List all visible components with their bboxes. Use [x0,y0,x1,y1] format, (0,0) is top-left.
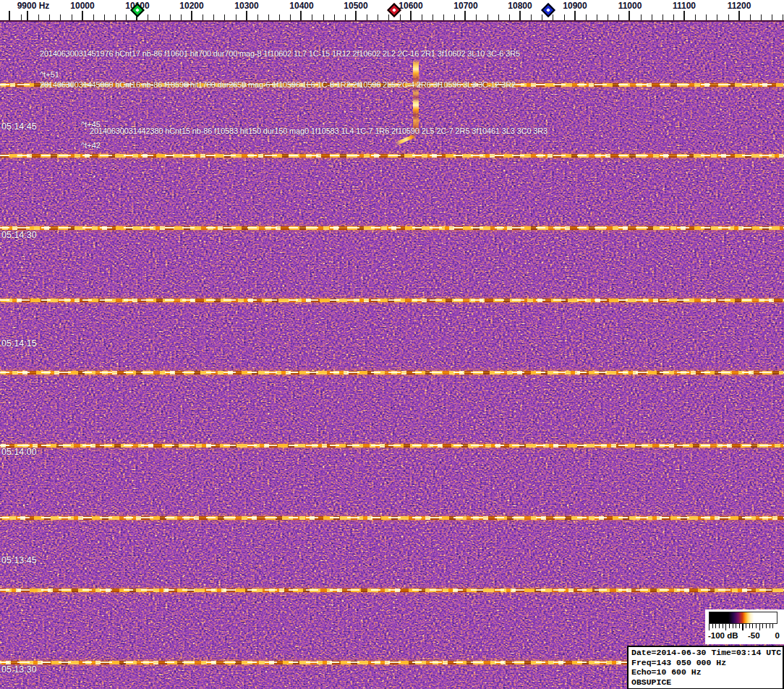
time-tick-label: 05:14:30 [1,230,37,240]
spectrogram-canvas[interactable]: 20140630031451976 hCnt17 nb-86 f10601 hi… [0,22,784,689]
info-date-time: Date=2014-06-30 Time=03:14 UTC [631,648,783,658]
colorbar-legend: -100 dB -50 0 [705,609,784,644]
info-frequency: Freq=143 050 000 Hz [631,658,783,668]
info-station: OBSUPICE [631,677,783,688]
timing-line [0,371,784,375]
status-info-box: Date=2014-06-30 Time=03:14 UTC Freq=143 … [627,646,784,689]
time-tick-label: 05:14:45 [1,121,37,132]
timing-line [0,226,784,230]
freq-marker-diamond-blue[interactable] [541,3,555,17]
freq-tick-label: 10700 [453,1,477,11]
freq-tick-label: 11100 [673,1,696,11]
time-tick-label: 05:14:00 [1,447,37,457]
timing-line [0,154,784,158]
frequency-axis[interactable]: 9900 Hz 10000 10100 10200 10300 10400 10… [0,0,784,22]
colorbar-gradient [709,612,777,624]
colorbar-label-mid: -50 [748,631,760,640]
freq-tick-label: 9900 Hz [17,1,50,11]
time-tick-label: 05:14:15 [1,338,37,348]
colorbar-ticks [709,624,776,630]
freq-tick-label: 10300 [234,1,258,11]
freq-tick-label: 10600 [399,1,422,11]
detection-annotation: 20140630031445060 hCnt16 nb-86 f10596 hi… [40,80,516,89]
timing-line [0,516,784,520]
meteor-echo-streak [413,59,419,136]
detection-time-tag: ^t+42 [81,141,101,150]
time-tick-label: 05:13:30 [1,664,37,675]
freq-tick-label: 10200 [179,1,203,11]
colorbar-label-max: 0 [775,631,780,640]
detection-annotation: 20140630031442380 hCnt15 nb-86 f10583 hi… [90,127,547,135]
freq-tick-label: 10000 [70,1,94,11]
timing-line [0,299,784,302]
freq-tick-label: 10500 [344,1,367,11]
freq-tick-label: 11000 [618,1,642,11]
freq-tick-label: 10900 [563,1,587,11]
spectrogram-app: 9900 Hz 10000 10100 10200 10300 10400 10… [0,0,784,689]
freq-tick-label: 10800 [508,1,532,11]
detection-annotation: 20140630031451976 hCnt17 nb-86 f10601 hi… [40,49,520,58]
timing-line [0,444,784,448]
info-echo: Echo=10 600 Hz [631,667,783,677]
freq-tick-label: 10400 [289,1,313,11]
time-tick-label: 05:13:45 [1,555,37,565]
detection-time-tag: ^t+51 [40,70,59,79]
colorbar-label-min: -100 dB [708,631,738,640]
freq-tick-label: 11200 [728,1,751,11]
timing-line [0,589,784,592]
